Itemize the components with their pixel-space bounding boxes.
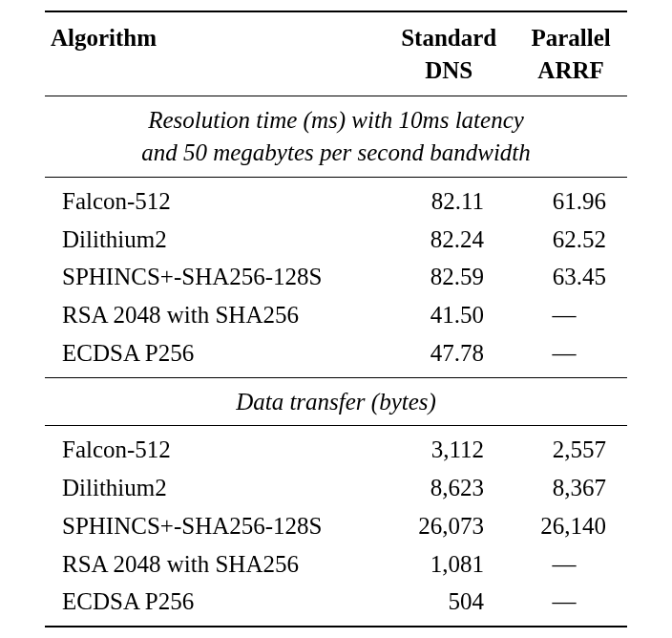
cell-parallel-arrf: 61.96 [514, 177, 627, 220]
table-row: SPHINCS+-SHA256-128S 26,073 26,140 [45, 507, 627, 545]
section-title-l1: Data transfer (bytes) [52, 386, 620, 418]
col-header-parallel-arrf-l1: Parallel [522, 22, 620, 54]
results-table: Algorithm Standard DNS Parallel ARRF Res… [45, 11, 627, 627]
cell-parallel-arrf: 2,557 [514, 426, 627, 469]
table-header-row: Algorithm Standard DNS Parallel ARRF [45, 11, 627, 96]
cell-algorithm: RSA 2048 with SHA256 [45, 296, 383, 334]
cell-standard-dns: 3,112 [383, 426, 514, 469]
table-container: Algorithm Standard DNS Parallel ARRF Res… [45, 11, 627, 627]
cell-parallel-arrf: — [514, 583, 627, 627]
section-title-l2: and 50 megabytes per second bandwidth [52, 137, 620, 169]
table-row: Falcon-512 82.11 61.96 [45, 177, 627, 220]
cell-parallel-arrf: 8,367 [514, 469, 627, 507]
table-row: Dilithium2 82.24 62.52 [45, 221, 627, 259]
cell-parallel-arrf: 62.52 [514, 221, 627, 259]
col-header-standard-dns-l1: Standard [390, 22, 507, 54]
cell-algorithm: Dilithium2 [45, 221, 383, 259]
cell-standard-dns: 26,073 [383, 507, 514, 545]
table-row: SPHINCS+-SHA256-128S 82.59 63.45 [45, 258, 627, 296]
cell-parallel-arrf: — [514, 334, 627, 377]
cell-algorithm: RSA 2048 with SHA256 [45, 545, 383, 584]
cell-standard-dns: 1,081 [383, 545, 514, 584]
cell-standard-dns: 82.59 [383, 258, 514, 296]
cell-algorithm: Falcon-512 [45, 426, 383, 469]
table-row: ECDSA P256 47.78 — [45, 334, 627, 377]
section-header: Resolution time (ms) with 10ms latency a… [45, 96, 627, 178]
cell-standard-dns: 82.24 [383, 221, 514, 259]
col-header-algorithm: Algorithm [45, 11, 383, 96]
cell-standard-dns: 504 [383, 583, 514, 627]
cell-parallel-arrf: — [514, 296, 627, 334]
cell-algorithm: SPHINCS+-SHA256-128S [45, 258, 383, 296]
table-row: Dilithium2 8,623 8,367 [45, 469, 627, 507]
cell-parallel-arrf: — [514, 545, 627, 584]
cell-algorithm: ECDSA P256 [45, 583, 383, 627]
col-header-parallel-arrf-l2: ARRF [522, 54, 620, 87]
cell-standard-dns: 47.78 [383, 334, 514, 377]
col-header-parallel-arrf: Parallel ARRF [514, 11, 627, 96]
table-row: RSA 2048 with SHA256 1,081 — [45, 545, 627, 584]
col-header-standard-dns: Standard DNS [383, 11, 514, 96]
cell-parallel-arrf: 63.45 [514, 258, 627, 296]
cell-standard-dns: 41.50 [383, 296, 514, 334]
section-title-l1: Resolution time (ms) with 10ms latency [52, 104, 620, 137]
cell-algorithm: SPHINCS+-SHA256-128S [45, 507, 383, 545]
cell-algorithm: ECDSA P256 [45, 334, 383, 377]
cell-algorithm: Falcon-512 [45, 177, 383, 220]
cell-standard-dns: 82.11 [383, 177, 514, 220]
cell-parallel-arrf: 26,140 [514, 507, 627, 545]
col-header-standard-dns-l2: DNS [390, 54, 507, 87]
table-row: ECDSA P256 504 — [45, 583, 627, 627]
table-row: Falcon-512 3,112 2,557 [45, 426, 627, 469]
table-row: RSA 2048 with SHA256 41.50 — [45, 296, 627, 334]
cell-algorithm: Dilithium2 [45, 469, 383, 507]
section-header: Data transfer (bytes) [45, 377, 627, 426]
cell-standard-dns: 8,623 [383, 469, 514, 507]
